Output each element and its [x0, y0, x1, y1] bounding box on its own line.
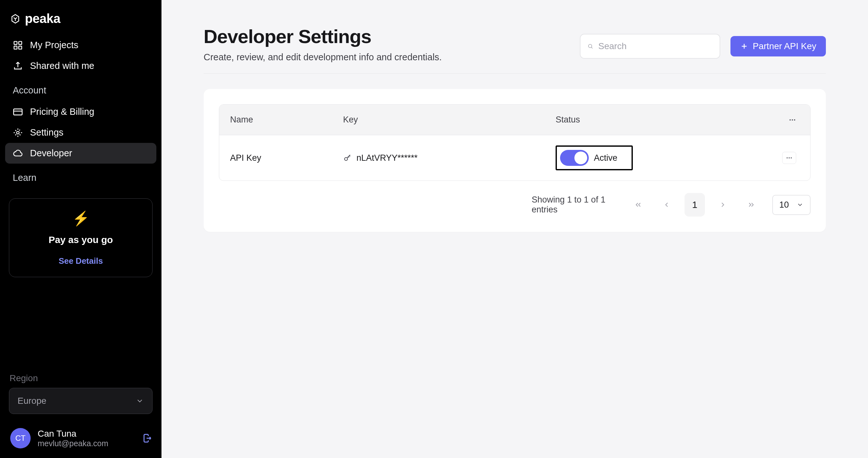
plus-icon: [740, 42, 748, 51]
th-key: Key: [332, 105, 545, 135]
chevron-right-icon: [719, 201, 726, 208]
dots-icon: [788, 116, 796, 124]
card-icon: [13, 107, 23, 117]
svg-point-8: [792, 119, 793, 121]
chevron-down-icon: [797, 201, 804, 208]
svg-point-13: [791, 157, 792, 159]
api-keys-table: Name Key Status API Key nLAtVRYY******: [219, 104, 811, 181]
pagination-info: Showing 1 to 1 of 1 entries: [532, 195, 620, 215]
svg-point-9: [794, 119, 795, 121]
bolt-icon: ⚡: [72, 210, 90, 227]
page-subtitle: Create, review, and edit development inf…: [204, 52, 442, 63]
plan-card: ⚡ Pay as you go See Details: [9, 198, 153, 277]
peaka-logo-icon: [10, 14, 21, 24]
sidebar-item-label: My Projects: [30, 40, 78, 51]
pagination: Showing 1 to 1 of 1 entries 1 10: [219, 193, 811, 217]
svg-point-12: [788, 157, 790, 159]
svg-point-7: [789, 119, 791, 121]
key-value: nLAtVRYY******: [356, 153, 418, 163]
plan-see-details-link[interactable]: See Details: [59, 256, 103, 266]
pagination-last[interactable]: [741, 193, 762, 217]
search-input[interactable]: [598, 41, 713, 51]
td-actions: [723, 142, 810, 174]
svg-rect-0: [14, 41, 17, 44]
th-actions: [723, 105, 810, 135]
chevron-down-icon: [135, 397, 144, 405]
pagination-page-current[interactable]: 1: [684, 193, 705, 217]
user-row: CT Can Tuna mevlut@peaka.com: [5, 414, 156, 449]
region-value: Europe: [18, 396, 46, 406]
sidebar-item-settings[interactable]: Settings: [5, 122, 156, 143]
cta-label: Partner API Key: [753, 41, 816, 51]
logout-icon[interactable]: [142, 433, 153, 443]
table-row: API Key nLAtVRYY****** Active: [219, 135, 810, 181]
key-icon: [343, 154, 352, 162]
page-size-select[interactable]: 10: [772, 195, 811, 215]
chevrons-left-icon: [634, 201, 642, 209]
region-label: Region: [9, 373, 153, 383]
dots-icon: [786, 154, 793, 161]
sidebar-item-label: Settings: [30, 127, 63, 138]
section-account-label: Account: [5, 76, 156, 101]
pagination-next[interactable]: [713, 193, 733, 217]
td-name: API Key: [219, 143, 332, 173]
row-more-button[interactable]: [782, 152, 796, 164]
sidebar: peaka My Projects Shared with me Account…: [0, 0, 161, 458]
page-size-value: 10: [779, 200, 789, 210]
region-block: Region Europe: [5, 373, 156, 414]
svg-rect-3: [19, 46, 22, 49]
sidebar-item-label: Shared with me: [30, 61, 94, 71]
section-learn-label: Learn: [5, 164, 156, 189]
header-more-icon[interactable]: [788, 116, 796, 124]
svg-rect-4: [14, 109, 22, 115]
status-highlight: Active: [556, 145, 633, 170]
share-icon: [13, 61, 23, 71]
avatar[interactable]: CT: [10, 428, 31, 449]
plan-title: Pay as you go: [49, 234, 113, 245]
svg-point-5: [17, 131, 19, 134]
sidebar-item-shared[interactable]: Shared with me: [5, 56, 156, 76]
sidebar-item-pricing[interactable]: Pricing & Billing: [5, 101, 156, 122]
sidebar-item-my-projects[interactable]: My Projects: [5, 35, 156, 56]
sidebar-item-label: Developer: [30, 148, 72, 159]
pagination-prev[interactable]: [656, 193, 677, 217]
page-header: Developer Settings Create, review, and e…: [204, 26, 826, 74]
svg-rect-2: [14, 46, 17, 49]
svg-rect-1: [19, 41, 22, 44]
cloud-icon: [13, 148, 23, 159]
brand-logo: peaka: [5, 11, 156, 26]
user-name: Can Tuna: [38, 429, 108, 439]
pagination-first[interactable]: [628, 193, 648, 217]
page-title: Developer Settings: [204, 26, 442, 47]
search-box[interactable]: [580, 34, 720, 59]
partner-api-key-button[interactable]: Partner API Key: [731, 36, 826, 57]
status-label: Active: [594, 153, 618, 163]
svg-point-11: [786, 157, 788, 159]
svg-point-6: [588, 44, 592, 48]
td-key: nLAtVRYY******: [332, 143, 545, 173]
grid-icon: [13, 40, 23, 51]
sidebar-item-developer[interactable]: Developer: [5, 143, 156, 164]
user-email: mevlut@peaka.com: [38, 439, 108, 448]
table-header: Name Key Status: [219, 105, 810, 135]
sidebar-item-label: Pricing & Billing: [30, 106, 94, 117]
gear-icon: [13, 128, 23, 138]
main: Developer Settings Create, review, and e…: [161, 0, 868, 458]
region-select[interactable]: Europe: [9, 388, 153, 414]
th-name: Name: [219, 105, 332, 135]
search-icon: [588, 42, 593, 51]
td-status: Active: [545, 135, 723, 181]
th-status: Status: [545, 105, 723, 135]
chevron-left-icon: [663, 201, 671, 208]
chevrons-right-icon: [747, 201, 755, 209]
api-keys-card: Name Key Status API Key nLAtVRYY******: [204, 89, 826, 232]
status-toggle[interactable]: [560, 150, 589, 166]
brand-name: peaka: [25, 11, 60, 26]
